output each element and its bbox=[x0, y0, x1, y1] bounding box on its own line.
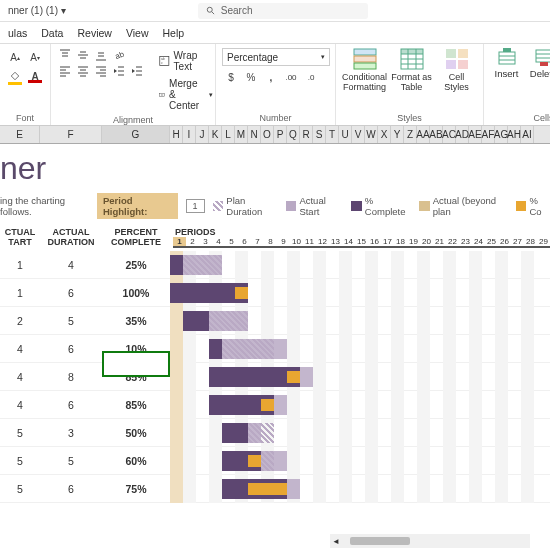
column-header-AA[interactable]: AA bbox=[417, 126, 430, 143]
align-right-button[interactable] bbox=[93, 64, 109, 78]
align-middle-button[interactable] bbox=[75, 48, 91, 62]
scroll-thumb[interactable] bbox=[350, 537, 410, 545]
decrease-font-button[interactable]: A▾ bbox=[26, 48, 44, 66]
cell-actual-duration[interactable]: 5 bbox=[40, 455, 102, 467]
cell-percent-complete[interactable]: 50% bbox=[102, 427, 170, 439]
cell-actual-start[interactable]: 1 bbox=[0, 259, 40, 271]
table-row[interactable]: 1 6 100% bbox=[0, 279, 550, 307]
conditional-formatting-button[interactable]: Conditional Formatting bbox=[342, 48, 387, 111]
increase-font-button[interactable]: A▴ bbox=[6, 48, 24, 66]
table-row[interactable]: 4 8 85% bbox=[0, 363, 550, 391]
font-color-button[interactable]: A bbox=[26, 68, 44, 86]
cell-percent-complete[interactable]: 35% bbox=[102, 315, 170, 327]
column-header-N[interactable]: N bbox=[248, 126, 261, 143]
column-header-W[interactable]: W bbox=[365, 126, 378, 143]
cell-actual-start[interactable]: 5 bbox=[0, 427, 40, 439]
cell-actual-duration[interactable]: 6 bbox=[40, 483, 102, 495]
comma-button[interactable]: , bbox=[262, 68, 280, 86]
column-header-J[interactable]: J bbox=[196, 126, 209, 143]
cell-actual-start[interactable]: 5 bbox=[0, 483, 40, 495]
number-format-select[interactable]: Percentage ▾ bbox=[222, 48, 330, 66]
cell-actual-duration[interactable]: 6 bbox=[40, 399, 102, 411]
wrap-text-button[interactable]: abc Wrap Text bbox=[155, 48, 217, 74]
column-header-Q[interactable]: Q bbox=[287, 126, 300, 143]
column-header-Y[interactable]: Y bbox=[391, 126, 404, 143]
delete-button[interactable]: Delete bbox=[527, 48, 550, 111]
column-header-V[interactable]: V bbox=[352, 126, 365, 143]
increase-decimal-button[interactable]: .00 bbox=[282, 68, 300, 86]
table-row[interactable]: 5 5 60% bbox=[0, 447, 550, 475]
column-header-X[interactable]: X bbox=[378, 126, 391, 143]
column-header-R[interactable]: R bbox=[300, 126, 313, 143]
cell-actual-start[interactable]: 2 bbox=[0, 315, 40, 327]
cell-actual-duration[interactable]: 5 bbox=[40, 315, 102, 327]
align-bottom-button[interactable] bbox=[93, 48, 109, 62]
column-header-F[interactable]: F bbox=[40, 126, 102, 143]
period-highlight-value[interactable]: 1 bbox=[186, 199, 205, 213]
column-header-AC[interactable]: AC bbox=[443, 126, 456, 143]
orientation-button[interactable]: ab bbox=[111, 48, 127, 62]
tab-review[interactable]: Review bbox=[77, 27, 111, 39]
table-row[interactable]: 5 3 50% bbox=[0, 419, 550, 447]
cell-percent-complete[interactable]: 85% bbox=[102, 399, 170, 411]
tab-data[interactable]: Data bbox=[41, 27, 63, 39]
column-header-M[interactable]: M bbox=[235, 126, 248, 143]
cell-actual-start[interactable]: 4 bbox=[0, 371, 40, 383]
align-center-button[interactable] bbox=[75, 64, 91, 78]
tab-help[interactable]: Help bbox=[162, 27, 184, 39]
column-header-H[interactable]: H bbox=[170, 126, 183, 143]
column-header-AE[interactable]: AE bbox=[469, 126, 482, 143]
column-header-E[interactable]: E bbox=[0, 126, 40, 143]
currency-button[interactable]: $ bbox=[222, 68, 240, 86]
merge-center-button[interactable]: Merge & Center ▾ bbox=[155, 76, 217, 113]
column-header-AD[interactable]: AD bbox=[456, 126, 469, 143]
column-header-AB[interactable]: AB bbox=[430, 126, 443, 143]
table-row[interactable]: 2 5 35% bbox=[0, 307, 550, 335]
column-header-G[interactable]: G bbox=[102, 126, 170, 143]
search-box[interactable]: Search bbox=[198, 3, 368, 19]
fill-color-button[interactable] bbox=[6, 68, 24, 86]
cell-actual-duration[interactable]: 4 bbox=[40, 259, 102, 271]
column-header-O[interactable]: O bbox=[261, 126, 274, 143]
decrease-decimal-button[interactable]: .0 bbox=[302, 68, 320, 86]
align-top-button[interactable] bbox=[57, 48, 73, 62]
column-header-AH[interactable]: AH bbox=[508, 126, 521, 143]
tab-view[interactable]: View bbox=[126, 27, 149, 39]
column-header-K[interactable]: K bbox=[209, 126, 222, 143]
percent-button[interactable]: % bbox=[242, 68, 260, 86]
column-header-Z[interactable]: Z bbox=[404, 126, 417, 143]
align-left-button[interactable] bbox=[57, 64, 73, 78]
table-row[interactable]: 1 4 25% bbox=[0, 251, 550, 279]
decrease-indent-button[interactable] bbox=[111, 64, 127, 78]
cell-actual-start[interactable]: 4 bbox=[0, 343, 40, 355]
cell-styles-button[interactable]: Cell Styles bbox=[436, 48, 477, 111]
column-header-AG[interactable]: AG bbox=[495, 126, 508, 143]
cell-actual-start[interactable]: 5 bbox=[0, 455, 40, 467]
cell-actual-start[interactable]: 1 bbox=[0, 287, 40, 299]
column-header-T[interactable]: T bbox=[326, 126, 339, 143]
cell-actual-duration[interactable]: 6 bbox=[40, 343, 102, 355]
table-row[interactable]: 4 6 10% bbox=[0, 335, 550, 363]
table-row[interactable]: 5 6 75% bbox=[0, 475, 550, 503]
increase-indent-button[interactable] bbox=[129, 64, 145, 78]
cell-percent-complete[interactable]: 25% bbox=[102, 259, 170, 271]
worksheet[interactable]: ner ing the charting follows. Period Hig… bbox=[0, 144, 550, 550]
insert-button[interactable]: Insert bbox=[490, 48, 523, 111]
cell-actual-duration[interactable]: 3 bbox=[40, 427, 102, 439]
cell-percent-complete[interactable]: 75% bbox=[102, 483, 170, 495]
column-header-AI[interactable]: AI bbox=[521, 126, 534, 143]
cell-actual-duration[interactable]: 6 bbox=[40, 287, 102, 299]
cell-actual-duration[interactable]: 8 bbox=[40, 371, 102, 383]
cell-actual-start[interactable]: 4 bbox=[0, 399, 40, 411]
format-as-table-button[interactable]: Format as Table bbox=[391, 48, 432, 111]
table-row[interactable]: 4 6 85% bbox=[0, 391, 550, 419]
column-header-L[interactable]: L bbox=[222, 126, 235, 143]
cell-percent-complete[interactable]: 100% bbox=[102, 287, 170, 299]
scroll-left-icon[interactable]: ◄ bbox=[330, 537, 342, 546]
column-header-I[interactable]: I bbox=[183, 126, 196, 143]
column-header-P[interactable]: P bbox=[274, 126, 287, 143]
column-header-U[interactable]: U bbox=[339, 126, 352, 143]
cell-percent-complete[interactable]: 60% bbox=[102, 455, 170, 467]
column-header-S[interactable]: S bbox=[313, 126, 326, 143]
horizontal-scrollbar[interactable]: ◄ bbox=[330, 534, 530, 548]
